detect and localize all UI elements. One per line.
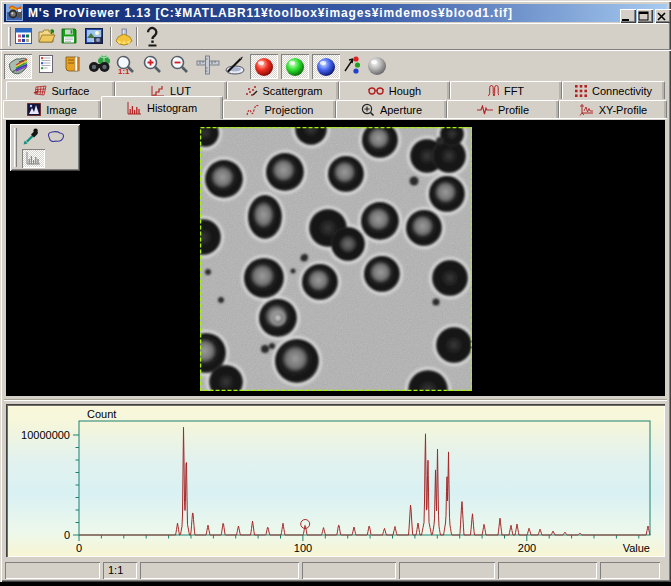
svg-text:Count: Count xyxy=(87,408,116,420)
svg-text:0: 0 xyxy=(76,542,82,554)
svg-text:100: 100 xyxy=(294,542,312,554)
svg-text:1:1: 1:1 xyxy=(118,67,130,75)
svg-text:200: 200 xyxy=(518,542,536,554)
svg-text:Value: Value xyxy=(623,542,650,554)
svg-text:10000000: 10000000 xyxy=(21,429,70,441)
svg-text:0: 0 xyxy=(64,529,70,541)
